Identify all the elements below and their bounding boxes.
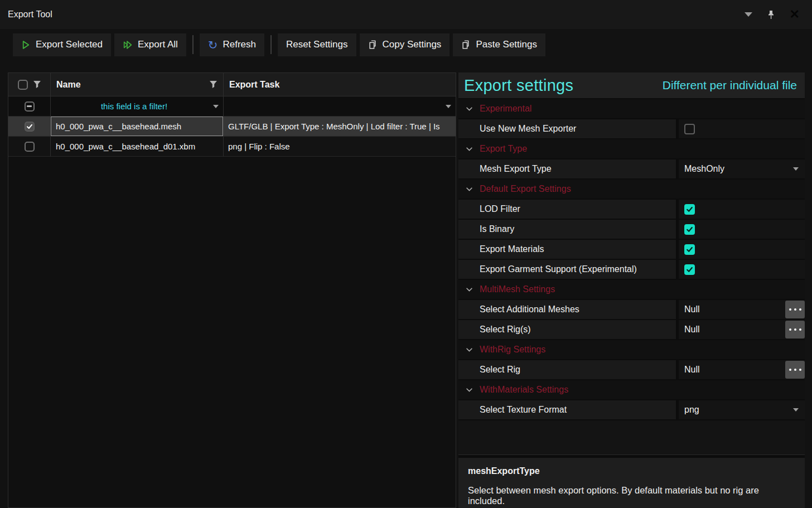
chevron-down-icon [793, 408, 799, 412]
chevron-down-icon[interactable] [213, 105, 219, 108]
chevron-down-icon [466, 388, 473, 393]
toolbar-separator [270, 35, 272, 54]
mesh-export-type-dropdown[interactable]: MeshOnly [679, 159, 805, 178]
pin-icon[interactable] [767, 10, 775, 20]
property-label: Select Rig(s) [458, 320, 676, 339]
select-rig-value: Null [679, 360, 805, 379]
ellipsis-picker-button[interactable] [785, 301, 805, 318]
property-label: LOD Filter [458, 200, 676, 219]
use-new-mesh-exporter-value [679, 119, 805, 138]
category-default-export-settings[interactable]: Default Export Settings [458, 180, 805, 199]
toolbar: Export Selected Export All ↻ Refresh Res… [0, 32, 812, 57]
property-description-panel: meshExportType Select between mesh expor… [458, 458, 805, 508]
select-texture-format-dropdown[interactable]: png [679, 400, 805, 419]
paste-settings-button[interactable]: Paste Settings [453, 33, 545, 56]
category-export-type[interactable]: Export Type [458, 139, 805, 158]
chevron-down-icon [466, 287, 473, 292]
property-label: Is Binary [458, 220, 676, 239]
titlebar: Export Tool ✕ [0, 0, 812, 29]
task-filter-input[interactable] [224, 96, 456, 117]
description-text: Select between mesh export options. By d… [468, 485, 795, 506]
select-rigs-value: Null [679, 320, 805, 339]
category-withrig-settings[interactable]: WithRig Settings [458, 340, 805, 359]
column-header-export-task[interactable]: Export Task [224, 73, 456, 96]
lod-filter-value [679, 200, 805, 219]
row-checkbox-unchecked[interactable] [25, 142, 35, 152]
play-all-icon [123, 40, 133, 50]
ellipsis-picker-button[interactable] [785, 321, 805, 338]
table-row-name[interactable]: h0_000_pwa_c__basehead_d01.xbm [51, 137, 224, 157]
paste-icon [461, 40, 471, 50]
toolbar-separator [192, 35, 194, 54]
checkbox-checked[interactable] [684, 264, 695, 275]
property-label: Select Texture Format [458, 400, 676, 419]
property-label: Select Additional Meshes [458, 300, 676, 319]
table-row-name[interactable]: h0_000_pwa_c__basehead.mesh [51, 117, 224, 137]
refresh-icon: ↻ [208, 39, 218, 51]
table-row-task[interactable]: GLTF/GLB | Export Type : MeshOnly | Lod … [224, 117, 456, 137]
property-grid: Experimental Use New Mesh Exporter Expor… [458, 99, 805, 455]
row-checkbox-cell [8, 137, 51, 157]
is-binary-value [679, 220, 805, 239]
export-materials-value [679, 240, 805, 259]
export-file-table: Name Export Task this field is a filter! [8, 72, 456, 508]
export-selected-button[interactable]: Export Selected [13, 33, 111, 56]
chevron-down-icon[interactable] [446, 105, 451, 108]
settings-header: Export settings Different per individual… [458, 72, 805, 98]
checkbox-checked[interactable] [684, 224, 695, 235]
chevron-down-icon [466, 347, 473, 352]
select-all-indeterminate-checkbox[interactable] [25, 101, 35, 112]
play-icon [21, 40, 31, 50]
chevron-down-icon [466, 187, 473, 192]
category-multimesh-settings[interactable]: MultiMesh Settings [458, 280, 805, 299]
chevron-down-icon [793, 167, 799, 171]
copy-settings-button[interactable]: Copy Settings [360, 33, 450, 56]
ellipsis-picker-button[interactable] [785, 361, 805, 379]
property-label: Export Garment Support (Experimental) [458, 260, 676, 279]
export-settings-panel: Export settings Different per individual… [458, 72, 805, 508]
select-all-checkbox[interactable] [18, 80, 28, 90]
filter-icon[interactable] [209, 80, 218, 89]
reset-settings-button[interactable]: Reset Settings [278, 33, 356, 56]
category-withmaterials-settings[interactable]: WithMaterials Settings [458, 380, 805, 399]
property-label: Use New Mesh Exporter [458, 119, 676, 138]
table-header-select [8, 73, 51, 96]
checkbox-checked[interactable] [684, 244, 695, 255]
property-grid-empty-area [458, 420, 805, 455]
chevron-down-icon [466, 107, 473, 112]
chevron-down-icon[interactable] [745, 12, 752, 17]
row-checkbox-cell [8, 117, 51, 137]
settings-subtitle: Different per individual file [663, 79, 799, 92]
window-title: Export Tool [8, 9, 52, 20]
category-experimental[interactable]: Experimental [458, 99, 805, 118]
property-label: Export Materials [458, 240, 676, 259]
column-header-name[interactable]: Name [51, 73, 224, 96]
export-garment-support-value [679, 260, 805, 279]
checkbox-checked[interactable] [684, 204, 695, 215]
export-tool-window: Export Tool ✕ Export Selected [0, 0, 812, 508]
close-icon[interactable]: ✕ [790, 8, 800, 21]
description-property-name: meshExportType [468, 466, 795, 476]
settings-title: Export settings [464, 76, 573, 95]
copy-icon [368, 40, 378, 50]
select-additional-meshes-value: Null [679, 300, 805, 319]
checkbox-unchecked[interactable] [684, 124, 695, 134]
property-label: Select Rig [458, 360, 676, 379]
table-row-task[interactable]: png | Flip : False [224, 137, 456, 157]
property-label: Mesh Export Type [458, 159, 676, 178]
refresh-button[interactable]: ↻ Refresh [200, 33, 264, 56]
chevron-down-icon [466, 147, 473, 152]
filter-row-select [8, 96, 51, 117]
filter-icon[interactable] [33, 80, 41, 89]
export-all-button[interactable]: Export All [114, 33, 186, 56]
name-filter-input[interactable]: this field is a filter! [51, 96, 224, 117]
row-checkbox-checked[interactable] [25, 122, 35, 132]
